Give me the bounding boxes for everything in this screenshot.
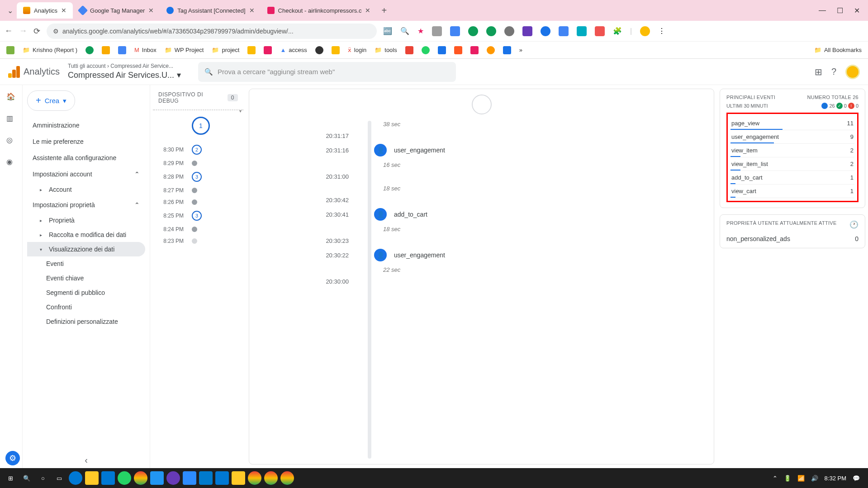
event-row[interactable]: 20:30:41👤add_to_cart [258, 206, 705, 223]
bookmark-icon[interactable] [422, 46, 430, 54]
chrome-icon[interactable] [264, 471, 278, 485]
sidebar-key-events[interactable]: Eventi chiave [27, 271, 145, 285]
close-icon[interactable]: ✕ [365, 7, 370, 14]
zoom-icon[interactable] [183, 471, 196, 485]
bookmark-icon[interactable] [332, 46, 340, 54]
bookmark-icon[interactable] [6, 46, 14, 54]
bookmark-icon[interactable] [405, 46, 413, 54]
collapse-sidebar-icon[interactable]: ‹ [85, 455, 88, 465]
maximize-icon[interactable]: ☐ [837, 6, 843, 15]
sidebar-prefs[interactable]: Le mie preferenze [27, 133, 145, 150]
kebab-icon[interactable]: ⋮ [658, 27, 665, 35]
minute-row[interactable]: 8:23 PM [153, 235, 243, 247]
minute-row[interactable]: 8:29 PM [153, 157, 243, 169]
top-event-row[interactable]: page_view11 [730, 117, 854, 130]
bookmark-icon[interactable] [264, 46, 272, 54]
forward-icon[interactable]: → [19, 26, 27, 36]
event-row[interactable]: 20:30:22👤user_engagement [258, 246, 705, 264]
volume-icon[interactable]: 🔊 [811, 475, 818, 482]
new-tab-button[interactable]: + [377, 5, 391, 16]
create-button[interactable]: + Crea ▾ [27, 90, 75, 111]
history-icon[interactable]: 🕐 [849, 220, 859, 229]
profile-icon[interactable] [640, 26, 650, 36]
bookmark-folder[interactable]: 📁 project [212, 47, 239, 53]
extensions-icon[interactable]: 🧩 [613, 27, 622, 35]
ext-icon[interactable] [432, 26, 442, 36]
minute-row[interactable]: 8:27 PM [153, 185, 243, 196]
all-bookmarks[interactable]: 📁 All Bookmarks [814, 47, 862, 53]
minute-row[interactable]: 8:26 PM [153, 196, 243, 208]
chrome-icon[interactable] [280, 471, 294, 485]
tab-checkout[interactable]: Checkout - airlinkcompressors.c ✕ [261, 2, 377, 19]
sidebar-admin[interactable]: Amministrazione [27, 117, 145, 133]
ext-icon[interactable] [486, 26, 496, 36]
sidebar-property[interactable]: ▸Proprietà [27, 213, 145, 227]
advertising-icon[interactable]: ◉ [6, 157, 16, 167]
close-icon[interactable]: ✕ [249, 7, 255, 14]
top-event-row[interactable]: add_to_cart1 [730, 171, 854, 185]
taskbar-clock[interactable]: 8:32 PM [825, 475, 846, 482]
site-info-icon[interactable]: ⚙ [53, 28, 59, 35]
ga-logo[interactable]: Analytics [8, 66, 60, 78]
bookmark-icon[interactable] [102, 46, 110, 54]
bookmark-icon[interactable] [247, 46, 256, 54]
bookmark-folder[interactable]: 📁 WP Project [165, 47, 204, 53]
address-bar[interactable]: ⚙ analytics.google.com/analytics/web/#/a… [47, 24, 377, 39]
close-window-icon[interactable]: ✕ [854, 6, 860, 15]
app-icon[interactable] [232, 471, 245, 485]
bookmark-item[interactable]: M Inbox [134, 47, 157, 53]
ext-icon[interactable] [468, 26, 478, 36]
ext-icon[interactable] [541, 26, 550, 36]
chrome-icon[interactable] [248, 471, 261, 485]
ext-icon[interactable] [595, 26, 605, 36]
avatar[interactable] [845, 65, 860, 79]
calendar-icon[interactable] [101, 471, 115, 485]
start-icon[interactable]: ⊞ [4, 471, 17, 485]
top-event-row[interactable]: user_engagement9 [730, 130, 854, 144]
help-icon[interactable]: ? [831, 66, 836, 77]
tray-chevron-icon[interactable]: ⌃ [773, 475, 778, 482]
bookmark-icon[interactable] [438, 46, 446, 54]
ext-icon[interactable] [450, 26, 460, 36]
edge-icon[interactable] [69, 471, 82, 485]
bookmark-icon[interactable] [503, 46, 511, 54]
event-row[interactable]: 20:31:16👤user_engagement [258, 142, 705, 159]
sidebar-audiences[interactable]: Segmenti di pubblico [27, 285, 145, 300]
settings-fab-icon[interactable]: ⚙ [5, 451, 20, 465]
tab-search-button[interactable]: ⌄ [4, 6, 17, 15]
zoom-icon[interactable]: 🔍 [400, 27, 409, 35]
apps-grid-icon[interactable]: ⊞ [815, 66, 822, 77]
sidebar-assistant[interactable]: Assistente alla configurazione [27, 150, 145, 166]
bookmark-icon[interactable] [85, 46, 94, 54]
bookmark-folder[interactable]: 📁 Krishno (Report ) [23, 47, 77, 53]
bookmark-icon[interactable] [118, 46, 126, 54]
reload-icon[interactable]: ⟳ [33, 26, 40, 36]
search-input[interactable]: 🔍 Prova a cercare "aggiungi stream web" [198, 62, 456, 82]
cortana-icon[interactable]: ○ [36, 471, 50, 485]
close-icon[interactable]: ✕ [148, 7, 154, 14]
close-icon[interactable]: ✕ [61, 7, 66, 14]
minute-row[interactable]: 8:25 PM3 [153, 208, 243, 223]
explore-icon[interactable]: ◎ [6, 136, 16, 146]
sidebar-compare[interactable]: Confronti [27, 300, 145, 314]
sidebar-account-settings[interactable]: Impostazioni account⌃ [27, 166, 145, 182]
sidebar-custom-def[interactable]: Definizioni personalizzate [27, 314, 145, 329]
bookmark-icon[interactable] [454, 46, 462, 54]
translate-icon[interactable]: 🔤 [383, 27, 392, 35]
vscode-icon[interactable] [199, 471, 213, 485]
star-icon[interactable]: ★ [417, 27, 424, 35]
minute-row[interactable]: 8:24 PM [153, 223, 243, 235]
ext-icon[interactable] [559, 26, 569, 36]
sidebar-collect[interactable]: ▸Raccolta e modifica dei dati [27, 227, 145, 242]
minute-row[interactable]: 1 [153, 114, 243, 142]
bookmark-overflow[interactable]: » [519, 47, 522, 53]
wifi-icon[interactable]: 📶 [797, 475, 805, 482]
sidebar-account[interactable]: ▸Account [27, 182, 145, 197]
ext-icon[interactable] [522, 26, 532, 36]
sidebar-events[interactable]: Eventi [27, 256, 145, 271]
top-event-row[interactable]: view_cart1 [730, 185, 854, 198]
account-picker[interactable]: Tutti gli account › Compressed Air Servi… [68, 63, 181, 81]
battery-icon[interactable]: 🔋 [784, 475, 791, 482]
whatsapp-icon[interactable] [118, 471, 131, 485]
debug-device-count[interactable]: 0 [228, 94, 238, 101]
